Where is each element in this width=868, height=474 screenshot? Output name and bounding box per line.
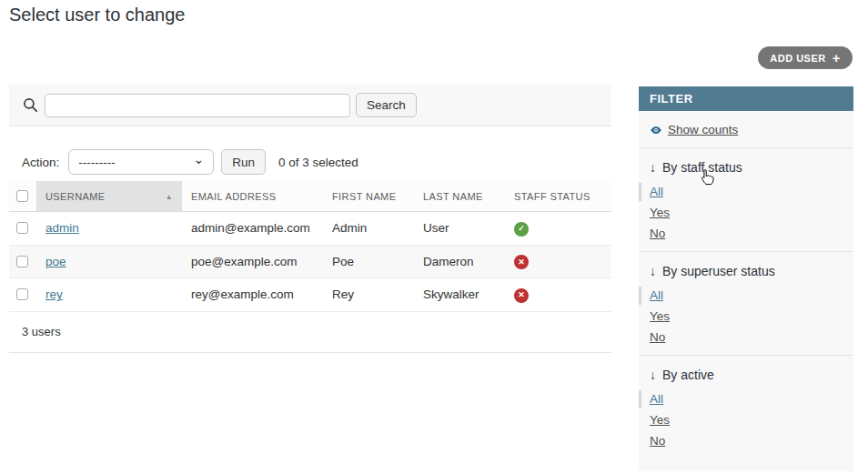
staff-yes-icon: ✓ xyxy=(514,222,529,237)
filter-option-no[interactable]: No xyxy=(650,434,665,448)
username-link[interactable]: poe xyxy=(45,255,66,268)
staff-no-icon: ✕ xyxy=(514,255,529,269)
arrow-down-icon: ↓ xyxy=(650,264,656,278)
show-counts-link[interactable]: Show counts xyxy=(668,123,738,136)
search-bar: Search xyxy=(9,85,611,126)
filter-sidebar: FILTER Show counts ↓ By staff status All… xyxy=(639,86,853,471)
filter-option-no[interactable]: No xyxy=(650,227,665,240)
filter-section-title: ↓ By active xyxy=(650,368,843,382)
row-checkbox[interactable] xyxy=(16,222,28,234)
filter-option-yes[interactable]: Yes xyxy=(650,413,670,427)
first-name-cell: Poe xyxy=(323,245,414,278)
changelist-main: Search Action: --------- ⌄ Run 0 of 3 se… xyxy=(9,85,611,353)
filter-section-superuser-status: ↓ By superuser status All Yes No xyxy=(639,252,853,356)
action-label: Action: xyxy=(22,156,59,169)
filter-section-title: ↓ By staff status xyxy=(650,160,843,175)
filter-option-no[interactable]: No xyxy=(650,330,665,344)
cursor-pointer-icon xyxy=(698,167,717,188)
header-email[interactable]: EMAIL ADDRESS xyxy=(182,181,323,212)
selected-option-marker xyxy=(639,287,641,305)
result-count: 3 users xyxy=(9,312,611,353)
last-name-cell: Dameron xyxy=(414,245,505,278)
search-input[interactable] xyxy=(45,94,350,117)
filter-section-title: ↓ By superuser status xyxy=(650,264,843,278)
header-checkbox-cell xyxy=(9,181,36,212)
last-name-cell: User xyxy=(414,212,505,246)
page-title: Select user to change xyxy=(9,5,185,25)
filter-option-all[interactable]: All xyxy=(650,288,663,302)
header-username-label: USERNAME xyxy=(45,191,106,202)
filter-section-title-label: By superuser status xyxy=(662,264,775,278)
header-last-name[interactable]: LAST NAME xyxy=(414,181,505,212)
table-row: rey rey@example.com Rey Skywalker ✕ xyxy=(9,278,611,312)
add-user-label: ADD USER xyxy=(770,53,825,64)
user-table: USERNAME ▲ EMAIL ADDRESS FIRST NAME LAST… xyxy=(9,181,611,312)
row-checkbox[interactable] xyxy=(16,288,28,300)
filter-section-title-label: By active xyxy=(662,368,714,382)
arrow-down-icon: ↓ xyxy=(650,160,656,175)
arrow-down-icon: ↓ xyxy=(650,368,656,382)
first-name-cell: Admin xyxy=(323,212,414,246)
search-button[interactable]: Search xyxy=(356,93,417,117)
show-counts-row: Show counts xyxy=(639,111,853,148)
table-row: admin admin@example.com Admin User ✓ xyxy=(9,212,611,246)
search-icon xyxy=(22,96,39,114)
username-link[interactable]: rey xyxy=(45,287,63,301)
sort-ascending-icon[interactable]: ▲ xyxy=(166,193,173,201)
selection-count: 0 of 3 selected xyxy=(278,156,358,169)
filter-section-staff-status: ↓ By staff status All Yes No xyxy=(639,148,853,252)
row-checkbox[interactable] xyxy=(16,256,28,267)
selected-option-marker xyxy=(639,183,641,201)
first-name-cell: Rey xyxy=(323,278,414,312)
add-user-button[interactable]: ADD USER + xyxy=(758,46,853,69)
header-username[interactable]: USERNAME ▲ xyxy=(36,181,182,212)
action-select[interactable]: --------- ⌄ xyxy=(68,149,214,175)
table-header-row: USERNAME ▲ EMAIL ADDRESS FIRST NAME LAST… xyxy=(9,181,611,212)
email-cell: admin@example.com xyxy=(182,212,323,246)
filter-title: FILTER xyxy=(639,86,853,111)
table-row: poe poe@example.com Poe Dameron ✕ xyxy=(9,245,611,278)
email-cell: rey@example.com xyxy=(182,278,323,312)
filter-option-all[interactable]: All xyxy=(650,185,663,198)
eye-icon xyxy=(650,124,662,136)
filter-option-yes[interactable]: Yes xyxy=(650,206,670,219)
run-button[interactable]: Run xyxy=(221,149,266,175)
action-row: Action: --------- ⌄ Run 0 of 3 selected xyxy=(9,148,611,176)
header-first-name[interactable]: FIRST NAME xyxy=(323,181,414,212)
username-link[interactable]: admin xyxy=(45,221,79,235)
last-name-cell: Skywalker xyxy=(414,278,505,312)
plus-icon: + xyxy=(833,51,841,65)
email-cell: poe@example.com xyxy=(182,245,323,278)
select-all-checkbox[interactable] xyxy=(16,190,28,202)
staff-no-icon: ✕ xyxy=(514,288,529,303)
filter-option-yes[interactable]: Yes xyxy=(650,309,670,323)
filter-option-all[interactable]: All xyxy=(650,392,663,406)
filter-section-active: ↓ By active All Yes No xyxy=(639,356,853,459)
action-select-value: --------- xyxy=(78,156,115,169)
selected-option-marker xyxy=(639,390,641,408)
header-staff-status: STAFF STATUS xyxy=(505,181,611,212)
